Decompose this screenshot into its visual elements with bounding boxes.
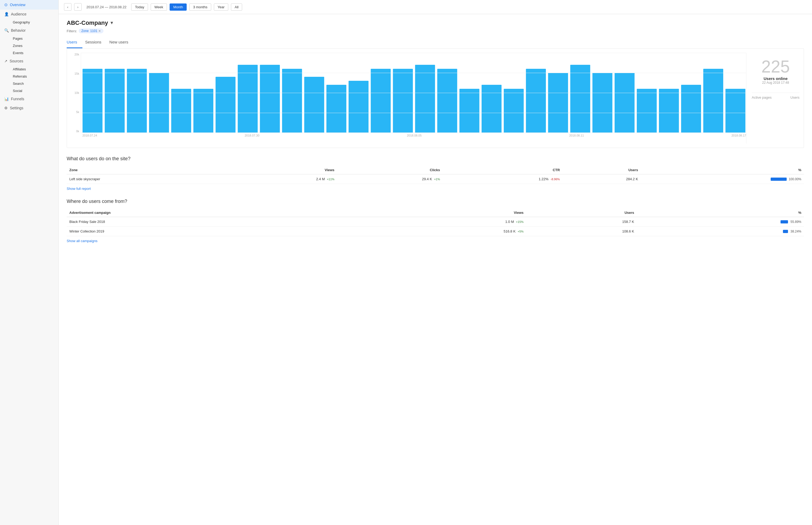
- tab-sessions[interactable]: Sessions: [85, 38, 107, 48]
- col-camp-views: Views: [364, 209, 526, 217]
- active-pages-header: Active pages Users: [752, 92, 799, 100]
- col-users: Users: [562, 166, 641, 175]
- svg-rect-2: [127, 69, 147, 133]
- company-name: ABC-Company: [67, 19, 108, 26]
- zone-ctr: 1.22% -8.96%: [443, 175, 562, 184]
- sidebar: ⊙ Overview 👤 Audience Geography 🔍 Behavi…: [0, 0, 59, 525]
- tab-users[interactable]: Users: [67, 38, 82, 48]
- tab-new-users[interactable]: New users: [109, 38, 134, 48]
- sidebar-item-affiliates[interactable]: Affiliates: [10, 65, 58, 73]
- all-button[interactable]: All: [231, 3, 242, 11]
- sidebar-item-events[interactable]: Events: [10, 49, 58, 57]
- svg-rect-7: [238, 65, 258, 133]
- sidebar-sub-audience: Geography: [0, 19, 58, 26]
- svg-rect-18: [482, 85, 501, 133]
- campaigns-table: Advertisement campaign Views Users % Bla…: [67, 209, 804, 236]
- sidebar-item-referrals[interactable]: Referrals: [10, 73, 58, 80]
- sidebar-item-settings[interactable]: ⚙ Settings: [0, 103, 58, 112]
- sidebar-item-overview[interactable]: ⊙ Overview: [0, 0, 58, 10]
- y-label-20k: 20k: [71, 53, 79, 56]
- svg-rect-29: [725, 89, 745, 133]
- filter-close[interactable]: ✕: [99, 29, 101, 33]
- svg-rect-21: [548, 73, 568, 133]
- topbar: ‹ › 2018.07.24 — 2018.08.22 Today Week M…: [59, 0, 812, 14]
- prev-button[interactable]: ‹: [64, 3, 72, 11]
- sidebar-item-sources[interactable]: ↗ Sources: [0, 57, 58, 65]
- content-area: ABC-Company ▼ Filters: Zone 1101 ✕ Users…: [59, 14, 812, 256]
- sidebar-sub-behavior: Pages Zones Events: [0, 35, 58, 57]
- svg-rect-8: [260, 65, 280, 133]
- zone-views: 2.4 M +11%: [230, 175, 337, 184]
- col-campaign: Advertisement campaign: [67, 209, 364, 217]
- svg-rect-20: [526, 69, 546, 133]
- col-zone: Zone: [67, 166, 230, 175]
- x-label-3: 2018.08.05: [407, 134, 422, 137]
- svg-rect-16: [437, 69, 457, 133]
- chart-tabs: Users Sessions New users: [67, 38, 804, 48]
- show-all-campaigns-link[interactable]: Show all campaigns: [67, 239, 97, 243]
- x-labels: 2018.07.24 2018.07.30 2018.08.05 2018.08…: [71, 133, 746, 137]
- audience-icon: 👤: [4, 12, 9, 16]
- users-online-count: 225: [761, 58, 790, 75]
- x-label-1: 2018.07.24: [82, 134, 97, 137]
- sidebar-item-audience[interactable]: 👤 Audience: [0, 10, 58, 19]
- sidebar-item-behavior[interactable]: 🔍 Behavior: [0, 26, 58, 35]
- svg-rect-23: [592, 73, 613, 133]
- month-button[interactable]: Month: [170, 3, 187, 11]
- svg-rect-1: [105, 69, 125, 133]
- sidebar-item-geography[interactable]: Geography: [10, 19, 58, 26]
- svg-rect-19: [504, 89, 524, 133]
- filters-label: Filters:: [67, 29, 77, 33]
- col-clicks: Clicks: [337, 166, 443, 175]
- svg-rect-27: [681, 85, 701, 133]
- svg-rect-5: [193, 89, 213, 133]
- col-camp-users: Users: [526, 209, 637, 217]
- zone-pct-text: 100.00%: [789, 177, 801, 181]
- svg-rect-14: [393, 69, 413, 133]
- campaign-bar: [781, 220, 788, 223]
- sidebar-item-search[interactable]: Search: [10, 80, 58, 87]
- table-row: Left side skyscraper 2.4 M +11% 29.4 K +…: [67, 175, 804, 184]
- main-content: ‹ › 2018.07.24 — 2018.08.22 Today Week M…: [59, 0, 812, 525]
- campaign-pct: 55.89%: [637, 217, 804, 227]
- year-button[interactable]: Year: [214, 3, 228, 11]
- col-camp-pct: %: [637, 209, 804, 217]
- zone-pct: 100.00%: [641, 175, 804, 184]
- svg-rect-24: [615, 73, 635, 133]
- y-label-10k: 10k: [71, 91, 79, 94]
- campaign-users: 108.6 K: [526, 227, 637, 236]
- 3months-button[interactable]: 3 months: [189, 3, 211, 11]
- svg-rect-4: [171, 89, 191, 133]
- campaign-name: Winter Collection 2019: [67, 227, 364, 236]
- chart-section: 20k 15k 10k 5k 0k: [67, 48, 804, 148]
- funnels-icon: 📊: [4, 97, 9, 101]
- overview-icon: ⊙: [4, 2, 8, 7]
- col-pct: %: [641, 166, 804, 175]
- next-button[interactable]: ›: [74, 3, 81, 11]
- week-button[interactable]: Week: [151, 3, 167, 11]
- sidebar-item-social[interactable]: Social: [10, 87, 58, 94]
- date-range: 2018.07.24 — 2018.08.22: [86, 5, 126, 9]
- zone-users: 284.2 K: [562, 175, 641, 184]
- svg-rect-12: [348, 81, 369, 133]
- col-ctr: CTR: [443, 166, 562, 175]
- sidebar-item-funnels[interactable]: 📊 Funnels: [0, 94, 58, 103]
- today-button[interactable]: Today: [131, 3, 148, 11]
- sidebar-item-zones[interactable]: Zones: [10, 42, 58, 49]
- settings-icon: ⚙: [4, 106, 8, 110]
- svg-rect-11: [326, 85, 346, 133]
- table-row: Black Friday Sale 2018 1.0 M +15% 158.7 …: [67, 217, 804, 227]
- zone-clicks: 29.4 K +1%: [337, 175, 443, 184]
- show-full-report-link[interactable]: Show full report: [67, 186, 91, 191]
- company-dropdown[interactable]: ▼: [110, 20, 114, 25]
- zone-name: Left side skyscraper: [67, 175, 230, 184]
- zone-bar: [771, 178, 787, 181]
- svg-rect-0: [83, 69, 103, 133]
- col-views: Views: [230, 166, 337, 175]
- y-label-0k: 0k: [71, 130, 79, 133]
- campaign-name: Black Friday Sale 2018: [67, 217, 364, 227]
- sidebar-item-pages[interactable]: Pages: [10, 35, 58, 42]
- svg-rect-13: [371, 69, 391, 133]
- zones-title: What do users do on the site?: [67, 156, 804, 162]
- chart-area: 20k 15k 10k 5k 0k: [71, 53, 746, 144]
